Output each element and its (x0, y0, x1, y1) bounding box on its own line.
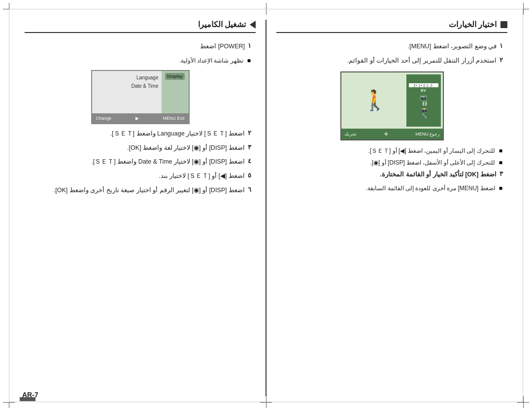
right-step-6: ٦ اضغط [DISP] أو [◉] لتغيير الرقم أو اخت… (25, 186, 256, 195)
cam-icon-4: 🔧 (420, 113, 427, 118)
menu-footer-right: Change (96, 116, 112, 121)
right-step-5-text: اضغط [◀] أو [ＳＥＴ] لاختيار بند. (159, 171, 245, 181)
right-step-1-num: ١ (248, 42, 256, 49)
left-step-1-text: في وضع التصوير، اضغط [MENU]. (408, 42, 497, 51)
menu-footer-left: MENU Exit (163, 116, 184, 121)
right-step-4: ٤ اضغط [DISP] أو [◉] لاختيار Date & Time… (25, 157, 256, 167)
menu-left-bar: Display (162, 71, 189, 113)
right-step-1-bullet: ■ تظهر شاشة الإعداد الأولية. (25, 56, 256, 65)
menu-right-items: Language Date & Time (92, 71, 162, 113)
menu-screen-body: Display Language Date & Time (92, 71, 189, 113)
right-step-2-text: اضغط [ＳＥＴ] لاختيار Language واضغط [ＳＥＴ]. (110, 129, 245, 138)
right-step-1-text: [POWER] اضغط (200, 42, 245, 51)
camera-screen-top: -2 -1 0 +1 +2 EV 📷 🎞 📸 🔧 🚶 (341, 72, 443, 129)
right-step-3-text: اضغط [DISP] أو [◉] لاختيار لغة واضغط [OK… (127, 143, 245, 153)
menu-screen: Display Language Date & Time MENU Exit ▶… (91, 70, 190, 124)
left-bullet-2-text: للتحرك إلى الأعلى أو الأسفل، اضغط [DISP]… (370, 158, 495, 167)
right-col-title: تشغيل الكاميرا (198, 20, 246, 29)
two-column-layout: تشغيل الكاميرا ١ [POWER] اضغط ■ تظهر شاش… (15, 20, 517, 396)
menu-arrow-icon: ▶ (135, 116, 139, 121)
stick-figure-icon: 🚶 (363, 89, 387, 112)
page-bar (20, 397, 35, 401)
left-step-3: ٣ اضغط [OK] لتأكيد الخيار أو القائمة الم… (276, 170, 507, 179)
menu-display-label: Display (165, 73, 185, 80)
cam-icon-1: 📷 (420, 95, 427, 101)
right-column: تشغيل الكاميرا ١ [POWER] اضغط ■ تظهر شاش… (15, 20, 266, 396)
right-step-2: ٢ اضغط [ＳＥＴ] لاختيار Language واضغط [ＳＥＴ… (25, 129, 256, 138)
left-step-1: ١ في وضع التصوير، اضغط [MENU]. (276, 42, 507, 51)
camera-icon-grid: 📷 🎞 📸 🔧 (420, 95, 427, 118)
left-step-3-num: ٣ (499, 170, 507, 177)
left-bullet-2: ■ للتحرك إلى الأعلى أو الأسفل، اضغط [DIS… (276, 158, 507, 167)
right-step-4-text: اضغط [DISP] أو [◉] لاختيار Date & Time و… (91, 157, 245, 167)
right-step-3: ٣ اضغط [DISP] أو [◉] لاختيار لغة واضغط [… (25, 143, 256, 153)
header-square-icon (500, 21, 507, 28)
left-step-1-num: ١ (499, 42, 507, 49)
content-wrapper: تشغيل الكاميرا ١ [POWER] اضغط ■ تظهر شاش… (15, 20, 517, 396)
camera-bottom-move-icon: ✜ (384, 132, 388, 137)
left-col-title: اختيار الخيارات (449, 20, 497, 29)
cam-icon-3: 📸 (420, 107, 427, 112)
right-step-6-num: ٦ (248, 186, 256, 193)
left-bullet-1-text: للتحرك إلى اليسار أو اليمين، اضغط [◀] أو… (368, 146, 495, 155)
menu-item-language: Language (95, 75, 159, 80)
menu-item-datetime: Date & Time (95, 83, 159, 89)
header-triangle-icon (250, 21, 256, 29)
right-step-1: ١ [POWER] اضغط (25, 42, 256, 51)
right-step-5: ٥ اضغط [◀] أو [ＳＥＴ] لاختيار بند. (25, 171, 256, 181)
right-step-4-num: ٤ (248, 157, 256, 165)
camera-bottom-left: رجوع MENU (415, 132, 439, 137)
left-step-3-bullet-text: اضغط [MENU] مرة أخرى للعودة إلى القائمة … (366, 184, 495, 193)
left-step-2-text: استخدم أزرار التنقل للتمرير إلى أحد الخي… (347, 56, 497, 66)
camera-screen-left-panel: -2 -1 0 +1 +2 EV 📷 🎞 📸 🔧 (406, 74, 441, 127)
camera-screen-right-panel: 🚶 (343, 74, 406, 127)
left-step-3-bullet: ■ اضغط [MENU] مرة أخرى للعودة إلى القائم… (276, 184, 507, 193)
right-step-2-num: ٢ (248, 129, 256, 137)
right-step-3-num: ٣ (248, 143, 256, 151)
left-step-2-num: ٢ (499, 56, 507, 64)
right-step-5-num: ٥ (248, 171, 256, 179)
camera-screen-bottom: رجوع MENU ✜ تحريك (341, 129, 443, 139)
left-bullet-1: ■ للتحرك إلى اليسار أو اليمين، اضغط [◀] … (276, 146, 507, 155)
camera-ev-scale: -2 -1 0 +1 +2 (409, 83, 438, 87)
camera-ev-label: EV (421, 88, 426, 93)
camera-screen: -2 -1 0 +1 +2 EV 📷 🎞 📸 🔧 🚶 (340, 71, 444, 140)
left-col-header: اختيار الخيارات (276, 20, 507, 33)
menu-screen-footer: MENU Exit ▶ Change (92, 113, 189, 123)
left-step-3-text: اضغط [OK] لتأكيد الخيار أو القائمة المخت… (380, 170, 497, 179)
left-step-2: ٢ استخدم أزرار التنقل للتمرير إلى أحد ال… (276, 56, 507, 66)
right-step-1-bullet-text: تظهر شاشة الإعداد الأولية. (179, 56, 243, 65)
camera-bottom-right: تحريك (344, 132, 357, 137)
cam-icon-2: 🎞 (420, 102, 427, 106)
right-col-header: تشغيل الكاميرا (25, 20, 256, 33)
right-step-6-text: اضغط [DISP] أو [◉] لتغيير الرقم أو اختيا… (54, 186, 245, 195)
left-column: اختيار الخيارات ١ في وضع التصوير، اضغط [… (266, 20, 517, 396)
